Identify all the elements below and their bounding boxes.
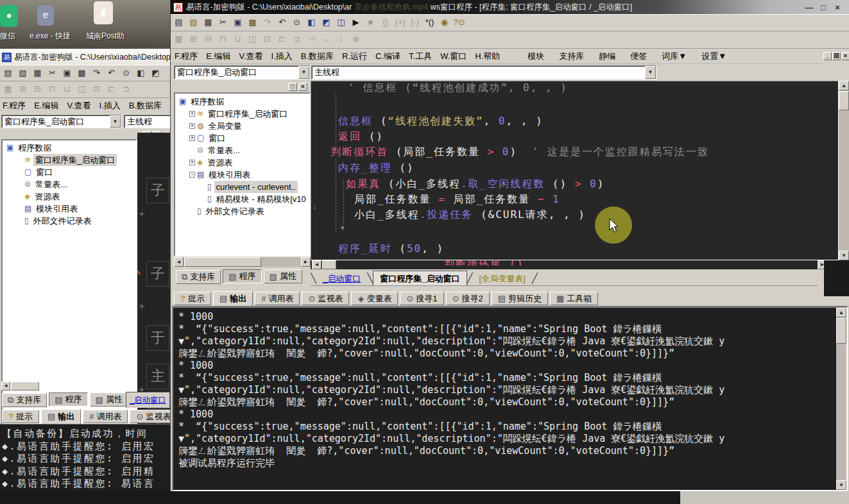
- menu-item[interactable]: V.查看: [67, 98, 90, 113]
- undo-icon[interactable]: ↶: [105, 67, 118, 80]
- expand-icon[interactable]: +: [189, 111, 195, 117]
- cut-icon[interactable]: ✂: [216, 16, 230, 29]
- tree-item[interactable]: ▤模块引用表: [4, 203, 136, 215]
- scroll-thumb[interactable]: [839, 91, 849, 110]
- output-tab-变量表[interactable]: ◈变量表: [351, 292, 398, 305]
- find-icon[interactable]: ⊙: [290, 16, 304, 29]
- collapse-icon[interactable]: -: [189, 172, 195, 178]
- back-output-area[interactable]: 【自动备份】启动成功，时间◆.易语言助手提醒您: 启用宏◆.易语言助手提醒您: …: [0, 424, 170, 491]
- doc-tab-1[interactable]: _启动窗口: [316, 271, 367, 286]
- menu-item[interactable]: I.插入: [99, 98, 121, 113]
- expand-icon[interactable]: +: [189, 135, 195, 141]
- step-into-icon[interactable]: {+}: [393, 16, 407, 29]
- mdi-minimize-button[interactable]: _: [823, 52, 832, 60]
- tree-item[interactable]: ▯curlevent - curlevent..: [176, 181, 309, 193]
- back-tree-scroll-thumb[interactable]: [11, 382, 39, 391]
- menu-item[interactable]: I.插入: [271, 49, 293, 64]
- close-button[interactable]: ×: [830, 3, 845, 12]
- find-help-icon[interactable]: ?⊙: [452, 16, 466, 29]
- thread-combo[interactable]: 主线程 ▼: [311, 65, 656, 80]
- expand-icon[interactable]: +: [189, 123, 195, 129]
- tree-item[interactable]: +◍全局变量: [176, 120, 309, 132]
- step-over-icon[interactable]: {}: [379, 16, 392, 29]
- copy-icon[interactable]: ▣: [231, 16, 244, 29]
- menu-item[interactable]: F.程序: [175, 49, 198, 64]
- output-tab-输出[interactable]: ▤输出: [41, 409, 81, 424]
- mdi-close-button[interactable]: ×: [841, 52, 849, 60]
- back-doc-tab[interactable]: _启动窗口: [126, 392, 170, 408]
- menu-item[interactable]: W.窗口: [440, 49, 467, 64]
- panel-tab-程序[interactable]: ▤程序: [223, 269, 261, 283]
- redo-icon[interactable]: ↷: [261, 16, 274, 29]
- output-tab-调用表[interactable]: #调用表: [83, 410, 128, 423]
- tree-panel-close-button[interactable]: ×: [298, 83, 307, 91]
- output-tab-工具箱[interactable]: ▦工具箱: [550, 292, 598, 305]
- tree-item[interactable]: ◈资源表: [4, 190, 136, 203]
- tree-item[interactable]: ▯精易模块 - 精易模块[v10: [176, 193, 309, 205]
- tree-item[interactable]: +◈资源表: [176, 156, 309, 169]
- menu-item[interactable]: 静编: [599, 49, 615, 64]
- save-icon[interactable]: ▦: [202, 16, 215, 29]
- output-tab-提示[interactable]: ?提示: [174, 292, 211, 305]
- output-tab-监视表[interactable]: ⊙监视表: [302, 292, 349, 305]
- menu-item[interactable]: V.查看: [239, 49, 262, 64]
- scroll-up-button[interactable]: ▲: [839, 81, 849, 90]
- doc-tab-3[interactable]: [全局变量表]: [473, 271, 532, 286]
- mdi-restore-button[interactable]: 回: [832, 52, 841, 60]
- menu-item[interactable]: 设置▼: [701, 49, 726, 64]
- output-tab-调用表[interactable]: #调用表: [255, 292, 300, 305]
- scroll-down-button[interactable]: ▼: [839, 251, 849, 260]
- tree-item[interactable]: ▣程序数据: [4, 142, 136, 154]
- output-tab-搜寻2[interactable]: ⊙搜寻2: [446, 292, 490, 305]
- post-tool-icon[interactable]: ▮: [94, 1, 113, 24]
- panel-tab-支持库[interactable]: ⧉支持库: [2, 393, 47, 407]
- undo-icon[interactable]: ↶: [275, 16, 289, 29]
- code-editor[interactable]: ↓ ▾ ' 信息框 (“线程池创建成功”, 0, , )信息框 (“线程池创建失…: [311, 81, 839, 260]
- scroll-thumb[interactable]: [184, 257, 261, 267]
- menu-item[interactable]: E.编辑: [206, 49, 230, 64]
- layout-top-icon[interactable]: ◩: [149, 67, 162, 80]
- menu-item[interactable]: F.程序: [3, 98, 26, 113]
- layout-left-icon[interactable]: ◧: [134, 67, 148, 80]
- tree-item[interactable]: +≋窗口程序集_启动窗口: [176, 108, 309, 120]
- thread-combo[interactable]: 主线程: [124, 115, 170, 128]
- layout-left-icon[interactable]: ◧: [305, 16, 318, 29]
- find-icon[interactable]: ⊙: [119, 67, 133, 80]
- output-tab-输出[interactable]: ▤输出: [213, 291, 253, 307]
- menu-item[interactable]: 词库▼: [662, 49, 687, 64]
- output-tab-剪辑历史[interactable]: ▤剪辑历史: [492, 292, 548, 305]
- paste-icon[interactable]: ▩: [75, 67, 89, 80]
- expand-icon[interactable]: +: [189, 160, 195, 165]
- tree-item[interactable]: ▣程序数据: [176, 96, 309, 108]
- tree-panel-restore-button[interactable]: □: [288, 83, 297, 91]
- tree-item[interactable]: ⊜常量表...: [4, 178, 136, 190]
- front-title-bar[interactable]: 易 易语言-加密狗版 - C:\Users\xiaobai\Desktop\ar…: [171, 0, 849, 14]
- proc-combo[interactable]: 窗口程序集_启动窗口 ▼: [1, 115, 121, 128]
- redo-icon[interactable]: ↷: [90, 67, 103, 80]
- minimize-button[interactable]: —: [802, 3, 816, 12]
- step-out-icon[interactable]: {-}: [408, 16, 422, 29]
- chevron-down-icon[interactable]: ▼: [645, 66, 656, 79]
- doc-tab-2[interactable]: 窗口程序集_启动窗口: [373, 271, 467, 286]
- output-tab-提示[interactable]: ?提示: [2, 410, 39, 423]
- tree-item[interactable]: ▯外部文件记录表: [176, 205, 309, 217]
- panel-tab-程序[interactable]: ▤程序: [49, 392, 87, 407]
- panel-tab-属性[interactable]: ▨属性: [264, 269, 302, 283]
- scroll-thumb[interactable]: [836, 318, 846, 344]
- menu-item[interactable]: 便签: [630, 49, 647, 64]
- menu-item[interactable]: C.编译: [375, 49, 400, 64]
- menu-item[interactable]: E.编辑: [34, 98, 58, 113]
- menu-item[interactable]: 支持库: [559, 49, 584, 64]
- maximize-button[interactable]: □: [816, 3, 830, 12]
- chevron-down-icon[interactable]: ▼: [110, 115, 121, 128]
- copy-icon[interactable]: ▣: [60, 67, 74, 80]
- cut-icon[interactable]: ✂: [46, 67, 59, 80]
- chevron-down-icon[interactable]: ▼: [298, 66, 309, 79]
- menu-item[interactable]: R.运行: [342, 49, 367, 64]
- tree-item[interactable]: +▢窗口: [176, 132, 309, 144]
- panel-tab-支持库[interactable]: ⧉支持库: [176, 270, 221, 284]
- scroll-up-button[interactable]: ▲: [836, 308, 846, 317]
- layout-grid-icon[interactable]: ◫: [334, 16, 348, 29]
- tree-item[interactable]: ≋窗口程序集_启动窗口: [4, 154, 136, 166]
- scroll-right-button[interactable]: ►: [301, 257, 311, 267]
